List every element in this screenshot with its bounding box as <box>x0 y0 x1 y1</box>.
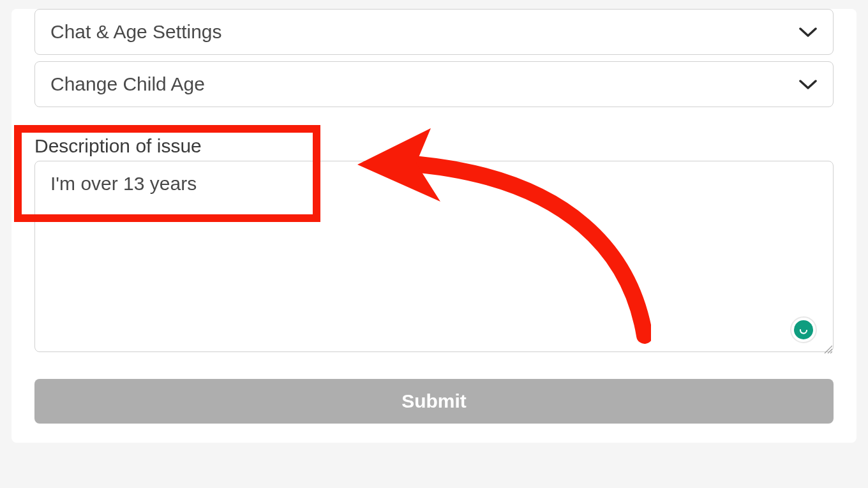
description-of-issue-label: Description of issue <box>34 135 834 157</box>
chevron-down-icon <box>798 22 818 41</box>
submit-button[interactable]: Submit <box>34 379 834 424</box>
svg-line-2 <box>830 351 832 353</box>
chevron-down-icon <box>798 75 818 94</box>
resize-handle-icon[interactable] <box>823 344 832 353</box>
description-textarea[interactable] <box>34 161 834 352</box>
form-container: Chat & Age Settings Change Child Age Des… <box>11 9 857 443</box>
textarea-wrapper <box>34 161 834 355</box>
dropdown-label: Chat & Age Settings <box>50 21 222 43</box>
grammarly-icon[interactable] <box>790 316 817 343</box>
change-child-age-dropdown[interactable]: Change Child Age <box>34 61 834 107</box>
chat-age-settings-dropdown[interactable]: Chat & Age Settings <box>34 9 834 55</box>
dropdown-label: Change Child Age <box>50 73 205 95</box>
